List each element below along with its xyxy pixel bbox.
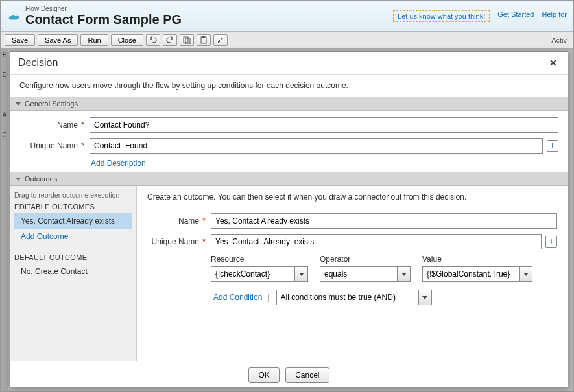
chevron-down-icon bbox=[422, 296, 427, 299]
outcomes-sidebar: Drag to reorder outcome execution EDITAB… bbox=[10, 186, 137, 361]
close-button[interactable]: Close bbox=[111, 34, 143, 46]
svg-rect-3 bbox=[202, 36, 205, 38]
chevron-down-icon bbox=[299, 273, 304, 276]
name-label: Name * bbox=[19, 121, 84, 130]
chevron-down-icon bbox=[16, 102, 21, 106]
general-settings-header[interactable]: General Settings bbox=[10, 97, 568, 111]
copy-button[interactable] bbox=[180, 34, 194, 46]
info-icon[interactable]: i bbox=[547, 140, 558, 152]
resource-field[interactable] bbox=[211, 266, 295, 282]
name-field[interactable] bbox=[90, 117, 558, 133]
undo-button[interactable] bbox=[146, 34, 160, 46]
outcome-item-selected[interactable]: Yes, Contact Already exists bbox=[14, 213, 132, 229]
feedback-link[interactable]: Let us know what you think! bbox=[393, 10, 490, 22]
reorder-hint: Drag to reorder outcome execution bbox=[14, 191, 132, 199]
editable-outcomes-label: EDITABLE OUTCOMES bbox=[14, 203, 132, 211]
add-description-link[interactable]: Add Description bbox=[91, 159, 558, 168]
logic-dropdown-button[interactable] bbox=[419, 290, 432, 305]
toolbar-status: Activ bbox=[551, 36, 569, 44]
modal-description: Configure how users move through the flo… bbox=[10, 75, 568, 97]
get-started-link[interactable]: Get Started bbox=[497, 10, 534, 22]
resource-label: Resource bbox=[211, 255, 308, 264]
close-icon[interactable]: ✕ bbox=[547, 58, 560, 68]
resource-dropdown-button[interactable] bbox=[295, 266, 308, 282]
page-title: Contact Form Sample PG bbox=[25, 12, 182, 27]
chevron-down-icon bbox=[16, 178, 21, 181]
unique-name-field[interactable] bbox=[90, 138, 543, 154]
save-as-button[interactable]: Save As bbox=[38, 34, 78, 46]
outcomes-header[interactable]: Outcomes bbox=[10, 172, 568, 186]
ok-button[interactable]: OK bbox=[248, 367, 279, 383]
wrench-button[interactable] bbox=[213, 34, 228, 46]
logic-field[interactable] bbox=[276, 290, 419, 305]
operator-field[interactable] bbox=[320, 266, 398, 282]
value-field[interactable] bbox=[422, 266, 520, 282]
outcome-unique-name-label: Unique Name * bbox=[147, 237, 206, 246]
redo-button[interactable] bbox=[163, 34, 177, 46]
modal-title: Decision bbox=[18, 57, 58, 69]
flow-designer-logo-icon bbox=[7, 9, 21, 23]
chevron-down-icon bbox=[401, 273, 407, 276]
decision-modal: Decision ✕ Configure how users move thro… bbox=[10, 51, 568, 387]
outcome-name-label: Name * bbox=[147, 216, 206, 225]
default-outcome-label: DEFAULT OUTCOME bbox=[14, 253, 132, 261]
help-link[interactable]: Help for bbox=[542, 10, 567, 22]
outcome-name-field[interactable] bbox=[211, 213, 557, 229]
app-label: Flow Designer bbox=[25, 5, 182, 12]
cancel-button[interactable]: Cancel bbox=[285, 367, 329, 383]
value-dropdown-button[interactable] bbox=[520, 266, 532, 282]
operator-label: Operator bbox=[320, 255, 411, 264]
add-condition-link[interactable]: Add Condition bbox=[213, 293, 262, 302]
info-icon[interactable]: i bbox=[545, 236, 557, 248]
add-outcome-link[interactable]: Add Outcome bbox=[14, 229, 132, 244]
outcome-unique-name-field[interactable] bbox=[211, 234, 542, 249]
chevron-down-icon bbox=[523, 273, 529, 276]
unique-name-label: Unique Name * bbox=[19, 141, 84, 150]
value-label: Value bbox=[422, 255, 532, 264]
save-button[interactable]: Save bbox=[5, 34, 35, 46]
run-button[interactable]: Run bbox=[80, 34, 108, 46]
operator-dropdown-button[interactable] bbox=[398, 266, 411, 282]
svg-rect-2 bbox=[201, 37, 206, 43]
paste-button[interactable] bbox=[197, 34, 211, 46]
outcome-item-default[interactable]: No, Create Contact bbox=[14, 264, 132, 279]
outcome-hint: Create an outcome. You can then select i… bbox=[147, 192, 557, 202]
